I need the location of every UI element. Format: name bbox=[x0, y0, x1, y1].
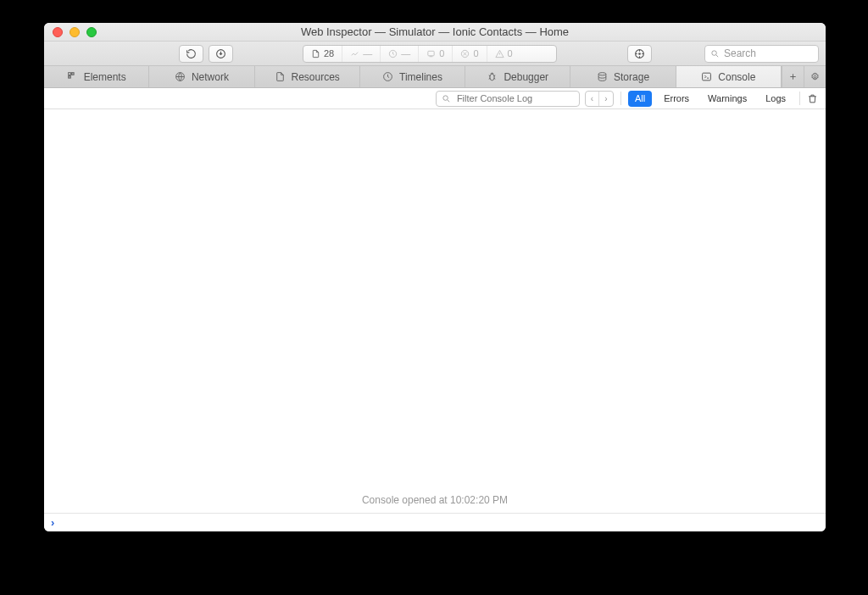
download-button[interactable] bbox=[209, 45, 233, 63]
svg-rect-2 bbox=[428, 51, 434, 55]
tab-bar: Elements Network Resources Timelines Deb… bbox=[44, 66, 826, 88]
scope-all[interactable]: All bbox=[628, 91, 652, 107]
warning-count[interactable]: 0 bbox=[487, 46, 520, 62]
window-title: Web Inspector — Simulator — Ionic Contac… bbox=[44, 25, 826, 38]
prompt-chevron-icon: › bbox=[51, 516, 54, 529]
tab-storage[interactable]: Storage bbox=[570, 66, 676, 87]
new-tab-button[interactable] bbox=[782, 66, 804, 87]
next-button[interactable]: › bbox=[599, 92, 613, 106]
toolbar: 28 — — 0 0 0 bbox=[44, 42, 826, 66]
svg-point-15 bbox=[814, 75, 816, 78]
traffic-lights bbox=[53, 27, 97, 37]
error-count[interactable]: 0 bbox=[452, 46, 486, 62]
reload-button[interactable] bbox=[179, 45, 203, 63]
svg-point-5 bbox=[639, 53, 641, 54]
minimize-window[interactable] bbox=[70, 27, 80, 37]
divider bbox=[620, 92, 621, 105]
tab-resources[interactable]: Resources bbox=[255, 66, 360, 87]
resources-count-value: 28 bbox=[324, 48, 334, 58]
tab-console[interactable]: Console bbox=[676, 66, 782, 87]
svg-point-12 bbox=[490, 74, 494, 81]
clear-console-button[interactable] bbox=[807, 93, 819, 104]
console-body: Console opened at 10:02:20 PM › bbox=[44, 109, 826, 531]
divider bbox=[799, 92, 800, 105]
size-indicator[interactable]: — bbox=[342, 46, 380, 62]
tab-elements[interactable]: Elements bbox=[44, 66, 149, 87]
console-opened-message: Console opened at 10:02:20 PM bbox=[44, 494, 826, 513]
prev-next-nav: ‹ › bbox=[585, 91, 614, 107]
tab-timelines[interactable]: Timelines bbox=[360, 66, 465, 87]
zoom-window[interactable] bbox=[86, 27, 97, 37]
settings-button[interactable] bbox=[804, 66, 826, 87]
prev-button[interactable]: ‹ bbox=[586, 92, 599, 106]
inspector-window: Web Inspector — Simulator — Ionic Contac… bbox=[44, 23, 826, 531]
scope-warnings[interactable]: Warnings bbox=[701, 91, 754, 107]
svg-point-6 bbox=[712, 50, 717, 55]
search-field[interactable]: Search bbox=[704, 45, 819, 63]
svg-point-16 bbox=[443, 95, 448, 100]
svg-rect-7 bbox=[68, 73, 70, 75]
filter-input[interactable] bbox=[436, 91, 580, 107]
resources-count[interactable]: 28 bbox=[303, 46, 342, 62]
console-prompt[interactable]: › bbox=[44, 513, 826, 531]
close-window[interactable] bbox=[53, 27, 63, 37]
tab-network[interactable]: Network bbox=[149, 66, 254, 87]
scope-logs[interactable]: Logs bbox=[759, 91, 793, 107]
tab-debugger[interactable]: Debugger bbox=[465, 66, 570, 87]
filter-input-field[interactable] bbox=[455, 92, 574, 104]
scope-errors[interactable]: Errors bbox=[657, 91, 696, 107]
log-count[interactable]: 0 bbox=[418, 46, 452, 62]
svg-point-13 bbox=[598, 73, 606, 75]
dashboard-segment: 28 — — 0 0 0 bbox=[303, 45, 557, 63]
titlebar: Web Inspector — Simulator — Ionic Contac… bbox=[44, 23, 826, 42]
inspect-element-button[interactable] bbox=[627, 45, 652, 63]
search-placeholder: Search bbox=[724, 47, 756, 59]
time-indicator[interactable]: — bbox=[380, 46, 418, 62]
console-scope-bar: ‹ › All Errors Warnings Logs bbox=[44, 88, 826, 109]
